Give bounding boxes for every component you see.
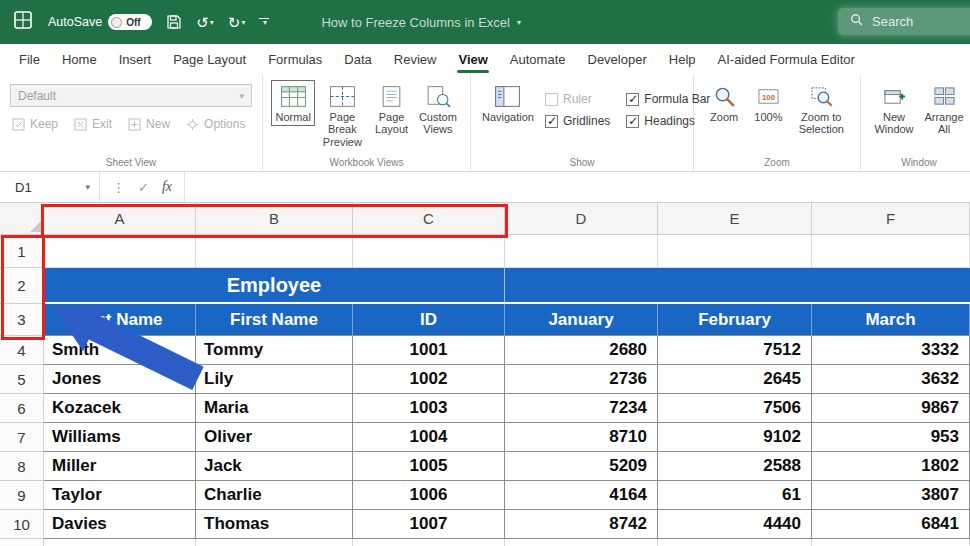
autosave-toggle[interactable]: Off bbox=[108, 14, 152, 30]
cell-empty[interactable] bbox=[353, 539, 505, 546]
exit-button[interactable]: Exit bbox=[74, 117, 112, 131]
cell-r7c5[interactable]: 953 bbox=[812, 423, 970, 452]
customize-toolbar-icon[interactable]: ▾ bbox=[259, 18, 269, 26]
page-layout-button[interactable]: Page Layout bbox=[369, 80, 413, 139]
cell-r8c0[interactable]: Miller bbox=[44, 452, 196, 481]
cell-r6c2[interactable]: 1003 bbox=[353, 394, 505, 423]
name-box-chevron-icon[interactable]: ▾ bbox=[85, 182, 90, 192]
row-header-partial[interactable] bbox=[0, 539, 44, 546]
cell-r9c0[interactable]: Taylor bbox=[44, 481, 196, 510]
row-header-8[interactable]: 8 bbox=[0, 452, 44, 481]
cell-r4c1[interactable]: Tommy bbox=[196, 336, 353, 365]
formula-input[interactable] bbox=[185, 172, 970, 202]
navigation-button[interactable]: Navigation bbox=[479, 80, 537, 155]
cell-r10c4[interactable]: 4440 bbox=[658, 510, 812, 539]
cell-empty[interactable] bbox=[658, 235, 812, 268]
undo-chevron-icon[interactable]: ▾ bbox=[210, 18, 214, 27]
select-all-corner[interactable] bbox=[0, 203, 44, 235]
new-sheet-view-button[interactable]: New bbox=[128, 117, 170, 131]
column-header-f[interactable]: F bbox=[812, 203, 970, 235]
keep-button[interactable]: Keep bbox=[12, 117, 58, 131]
cell-r9c2[interactable]: 1006 bbox=[353, 481, 505, 510]
select-chevron-icon[interactable]: ▾ bbox=[239, 91, 244, 101]
zoom-100-button[interactable]: 100 100% bbox=[746, 80, 790, 126]
cell-r7c2[interactable]: 1004 bbox=[353, 423, 505, 452]
header-cell-2[interactable]: ID bbox=[353, 304, 505, 336]
cell-r6c5[interactable]: 9867 bbox=[812, 394, 970, 423]
cell-empty[interactable] bbox=[812, 539, 970, 546]
cell-r8c1[interactable]: Jack bbox=[196, 452, 353, 481]
header-cell-1[interactable]: First Name bbox=[196, 304, 353, 336]
normal-view-button[interactable]: Normal bbox=[271, 80, 315, 126]
cell-r4c2[interactable]: 1001 bbox=[353, 336, 505, 365]
formula-bar-checkbox-box[interactable] bbox=[626, 93, 639, 106]
more-options-icon[interactable]: ⋮ bbox=[112, 180, 125, 195]
cell-r6c3[interactable]: 7234 bbox=[505, 394, 658, 423]
cell-r9c5[interactable]: 3807 bbox=[812, 481, 970, 510]
custom-views-button[interactable]: Custom Views bbox=[414, 80, 462, 139]
tab-automate[interactable]: Automate bbox=[499, 44, 577, 75]
ruler-checkbox[interactable]: Ruler bbox=[545, 88, 610, 110]
cell-r6c4[interactable]: 7506 bbox=[658, 394, 812, 423]
title-chevron-icon[interactable]: ▾ bbox=[517, 18, 521, 27]
zoom-button[interactable]: Zoom bbox=[702, 80, 746, 126]
cell-r7c0[interactable]: Williams bbox=[44, 423, 196, 452]
gridlines-checkbox[interactable]: Gridlines bbox=[545, 110, 610, 132]
cell-r10c5[interactable]: 6841 bbox=[812, 510, 970, 539]
gridlines-checkbox-box[interactable] bbox=[545, 115, 558, 128]
cell-r5c5[interactable]: 3632 bbox=[812, 365, 970, 394]
header-cell-5[interactable]: March bbox=[812, 304, 970, 336]
header-cell-3[interactable]: January bbox=[505, 304, 658, 336]
cell-r7c4[interactable]: 9102 bbox=[658, 423, 812, 452]
tab-insert[interactable]: Insert bbox=[108, 44, 163, 75]
cell-r6c0[interactable]: Kozacek bbox=[44, 394, 196, 423]
row-header-6[interactable]: 6 bbox=[0, 394, 44, 423]
cell-r8c3[interactable]: 5209 bbox=[505, 452, 658, 481]
tab-home[interactable]: Home bbox=[51, 44, 108, 75]
tab-formulas[interactable]: Formulas bbox=[257, 44, 333, 75]
redo-chevron-icon[interactable]: ▾ bbox=[241, 18, 245, 27]
tab-help[interactable]: Help bbox=[658, 44, 707, 75]
cell-r5c1[interactable]: Lily bbox=[196, 365, 353, 394]
cell-r9c4[interactable]: 61 bbox=[658, 481, 812, 510]
header-cell-4[interactable]: February bbox=[658, 304, 812, 336]
cell-r6c1[interactable]: Maria bbox=[196, 394, 353, 423]
tab-review[interactable]: Review bbox=[383, 44, 448, 75]
headings-checkbox-box[interactable] bbox=[626, 115, 639, 128]
name-box[interactable]: D1 ▾ bbox=[0, 172, 100, 202]
insert-function-icon[interactable]: fx bbox=[162, 179, 172, 195]
cell-empty[interactable] bbox=[353, 235, 505, 268]
cell-r4c4[interactable]: 7512 bbox=[658, 336, 812, 365]
cell-empty[interactable] bbox=[44, 539, 196, 546]
row-header-9[interactable]: 9 bbox=[0, 481, 44, 510]
redo-button[interactable]: ↻▾ bbox=[228, 15, 246, 30]
cell-r10c0[interactable]: Davies bbox=[44, 510, 196, 539]
options-button[interactable]: Options bbox=[186, 117, 245, 131]
cell-empty[interactable] bbox=[196, 235, 353, 268]
cell-r9c1[interactable]: Charlie bbox=[196, 481, 353, 510]
cell-r5c3[interactable]: 2736 bbox=[505, 365, 658, 394]
enter-icon[interactable]: ✓ bbox=[138, 180, 149, 195]
cell-r4c5[interactable]: 3332 bbox=[812, 336, 970, 365]
column-header-d[interactable]: D bbox=[505, 203, 658, 235]
tab-data[interactable]: Data bbox=[333, 44, 382, 75]
tab-page-layout[interactable]: Page Layout bbox=[162, 44, 257, 75]
cell-r5c2[interactable]: 1002 bbox=[353, 365, 505, 394]
cell-r10c3[interactable]: 8742 bbox=[505, 510, 658, 539]
cell-empty[interactable] bbox=[505, 539, 658, 546]
tab-ai-aided-formula-editor[interactable]: AI-aided Formula Editor bbox=[707, 44, 866, 75]
cell-r4c3[interactable]: 2680 bbox=[505, 336, 658, 365]
document-title[interactable]: How to Freeze Columns in Excel ▾ bbox=[321, 15, 521, 30]
column-header-e[interactable]: E bbox=[658, 203, 812, 235]
row-header-10[interactable]: 10 bbox=[0, 510, 44, 539]
cell-r10c2[interactable]: 1007 bbox=[353, 510, 505, 539]
cell-r5c4[interactable]: 2645 bbox=[658, 365, 812, 394]
cell-empty[interactable] bbox=[812, 235, 970, 268]
search-box[interactable]: Search bbox=[838, 8, 970, 35]
cell-empty[interactable] bbox=[658, 539, 812, 546]
row-header-5[interactable]: 5 bbox=[0, 365, 44, 394]
arrange-all-button[interactable]: Arrange All bbox=[919, 80, 969, 139]
save-button[interactable] bbox=[166, 14, 182, 30]
tab-view[interactable]: View bbox=[447, 44, 498, 75]
tab-file[interactable]: File bbox=[8, 44, 51, 75]
